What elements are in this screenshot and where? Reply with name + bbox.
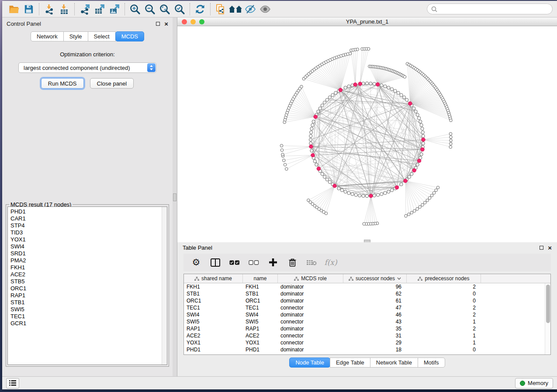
zoom-out-button[interactable] — [142, 2, 157, 16]
result-list-scrollbar[interactable] — [162, 207, 167, 364]
zoom-fit-button[interactable] — [157, 2, 172, 16]
close-table-panel-icon[interactable]: × — [548, 244, 552, 251]
search-input[interactable] — [439, 6, 548, 12]
mcds-result-item[interactable]: TEC1 — [10, 313, 167, 320]
delete-column-button[interactable] — [286, 256, 299, 269]
table-row[interactable]: ACE2ACE2connector311 — [184, 332, 550, 339]
table-row[interactable]: FKH1FKH1dominator962 — [184, 283, 550, 290]
control-panel: Control Panel × NetworkStyleSelectMCDS O… — [2, 17, 173, 376]
zoom-in-button[interactable] — [128, 2, 142, 16]
show-column-button[interactable] — [209, 256, 222, 269]
main-area: Control Panel × NetworkStyleSelectMCDS O… — [2, 17, 557, 376]
export-image-button[interactable] — [107, 2, 122, 16]
tab-node-table[interactable]: Node Table — [289, 358, 330, 368]
network-graph[interactable] — [177, 26, 557, 242]
mcds-result-item[interactable]: SRD1 — [10, 250, 167, 257]
fx-icon: f(x) — [324, 258, 337, 267]
criterion-select[interactable]: largest connected component (undirected) — [18, 62, 156, 73]
mcds-result-item[interactable]: RAP1 — [10, 292, 167, 299]
column-header-name[interactable]: name — [243, 274, 278, 283]
float-panel-icon[interactable] — [156, 22, 160, 26]
tab-style[interactable]: Style — [63, 31, 88, 41]
table-row[interactable]: STB1STB1dominator620 — [184, 290, 550, 297]
mcds-result-item[interactable]: ORC1 — [10, 285, 167, 292]
table-row[interactable]: YOX1YOX1connector291 — [184, 339, 550, 346]
column-header-successor-nodes[interactable]: successor nodes — [343, 274, 407, 283]
network-canvas[interactable] — [177, 26, 557, 242]
toolbar-separator — [39, 3, 39, 15]
zoom-selected-button[interactable] — [172, 2, 187, 16]
maximize-window-icon[interactable] — [199, 19, 204, 24]
run-mcds-button[interactable]: Run MCDS — [41, 78, 84, 89]
mcds-result-item[interactable]: YOX1 — [10, 236, 167, 243]
export-network-button[interactable] — [77, 2, 92, 16]
table-row[interactable]: SWI5SWI5connector431 — [184, 318, 550, 325]
mcds-panel: Optimization criterion: largest connecte… — [2, 42, 173, 89]
mcds-result-item[interactable]: CAR1 — [10, 215, 167, 222]
column-header-mcds-role[interactable]: MCDS role — [278, 274, 343, 283]
mcds-result-item[interactable]: SWI5 — [10, 306, 167, 313]
import-network-button[interactable] — [42, 2, 57, 16]
column-namespace-icon — [194, 277, 199, 281]
close-window-icon[interactable] — [182, 19, 187, 24]
columns-icon — [211, 258, 220, 267]
divider-handle[interactable] — [173, 193, 176, 201]
table-row[interactable]: RAP1RAP1dominator352 — [184, 325, 550, 332]
cell-predecessor-nodes: 1 — [407, 339, 481, 346]
table-row[interactable]: ORC1ORC1dominator610 — [184, 297, 550, 304]
float-table-panel-icon[interactable] — [540, 246, 543, 250]
column-header-shared-name[interactable]: shared name — [184, 274, 243, 283]
tab-motifs[interactable]: Motifs — [418, 358, 445, 368]
control-panel-header: Control Panel × — [2, 17, 173, 30]
close-panel-button[interactable]: Close panel — [90, 78, 134, 89]
memory-button[interactable]: Memory — [515, 378, 553, 389]
table-row[interactable]: SWI4SWI4dominator462 — [184, 311, 550, 318]
create-column-button[interactable] — [266, 256, 280, 269]
mcds-result-item[interactable]: FKH1 — [10, 264, 167, 271]
memory-label: Memory — [528, 380, 548, 386]
mcds-result-item[interactable]: ACE2 — [10, 271, 167, 278]
mcds-result-item[interactable]: STB1 — [10, 299, 167, 306]
mcds-result-item[interactable]: STB5 — [10, 278, 167, 285]
select-all-columns-button[interactable] — [228, 256, 241, 269]
tab-network-table[interactable]: Network Table — [370, 358, 418, 368]
cell-mcds-role: connector — [278, 332, 343, 339]
cell-shared-name: YOX1 — [184, 339, 243, 346]
table-scrollbar-thumb[interactable] — [546, 285, 550, 323]
tab-mcds[interactable]: MCDS — [115, 31, 144, 41]
open-file-button[interactable] — [7, 2, 21, 16]
task-history-button[interactable] — [6, 378, 19, 389]
unselect-all-columns-button[interactable] — [247, 256, 260, 269]
mcds-result-item[interactable]: PHD1 — [10, 208, 167, 215]
export-network-icon — [79, 3, 90, 15]
close-panel-icon[interactable]: × — [164, 21, 168, 27]
mcds-result-item[interactable]: STP4 — [10, 222, 167, 229]
column-header-predecessor-nodes[interactable]: predecessor nodes — [407, 274, 481, 283]
import-table-button[interactable] — [57, 2, 72, 16]
split-handle[interactable] — [364, 240, 370, 242]
minimize-window-icon[interactable] — [190, 19, 196, 24]
save-session-button[interactable] — [21, 2, 36, 16]
mcds-result-item[interactable]: PMA2 — [10, 257, 167, 264]
cell-shared-name: PHD1 — [184, 346, 243, 353]
refresh-layout-button[interactable] — [193, 2, 208, 16]
first-neighbors-button[interactable] — [228, 2, 243, 16]
table-row[interactable]: PHD1PHD1dominator180 — [184, 346, 550, 353]
export-table-button[interactable] — [92, 2, 107, 16]
tab-select[interactable]: Select — [88, 31, 116, 41]
mcds-result-item[interactable]: SWI4 — [10, 243, 167, 250]
table-options-button[interactable]: ⚙ — [190, 256, 203, 269]
function-builder-button: f(x) — [324, 256, 337, 269]
copy-network-button[interactable] — [213, 2, 228, 16]
tab-edge-table[interactable]: Edge Table — [330, 358, 370, 368]
tab-network[interactable]: Network — [31, 31, 64, 41]
table-scrollbar[interactable] — [545, 283, 550, 354]
import-table-icon — [59, 4, 69, 14]
control-panel-tabs: NetworkStyleSelectMCDS — [2, 31, 173, 41]
table-row[interactable]: TEC1TEC1connector472 — [184, 304, 550, 311]
hide-selected-button[interactable] — [243, 2, 258, 16]
show-all-button[interactable] — [258, 2, 273, 16]
panel-split-divider[interactable] — [173, 17, 177, 376]
mcds-result-item[interactable]: TID3 — [10, 229, 167, 236]
mcds-result-item[interactable]: GCR1 — [10, 320, 167, 327]
